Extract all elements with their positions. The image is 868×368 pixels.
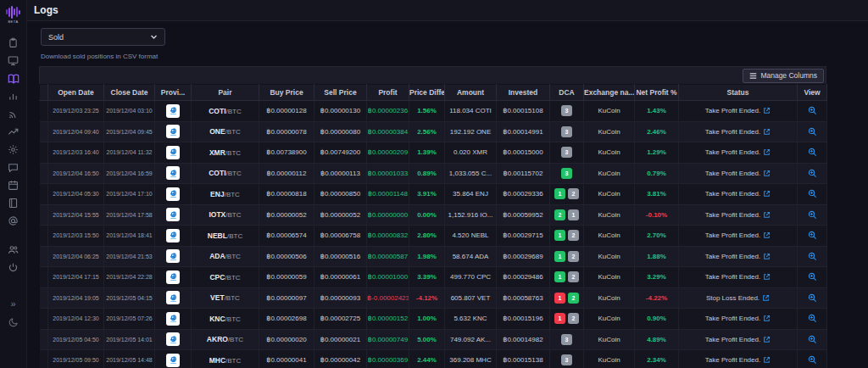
table-row[interactable]: 2019/12/03 23:25 2019/12/04 03:10 COTI/B… <box>40 101 827 122</box>
sidebar-item-users[interactable] <box>0 241 27 259</box>
provider-icon[interactable] <box>166 166 180 180</box>
external-link-icon[interactable] <box>763 356 771 364</box>
col-buy-price[interactable]: Buy Price <box>259 85 314 101</box>
provider-icon[interactable] <box>166 332 180 346</box>
dca-badge[interactable]: 1 <box>554 271 565 282</box>
zoom-in-view-icon[interactable] <box>808 314 817 323</box>
dark-mode-toggle[interactable] <box>0 313 27 331</box>
external-link-icon[interactable] <box>763 231 771 239</box>
external-link-icon[interactable] <box>763 170 771 177</box>
col-invested[interactable]: Invested <box>497 85 550 101</box>
sidebar-item-calendar[interactable] <box>0 176 27 194</box>
dca-badge[interactable]: 3 <box>561 105 572 116</box>
zoom-in-view-icon[interactable] <box>808 148 817 157</box>
col-status[interactable]: Status <box>679 85 798 101</box>
zoom-in-view-icon[interactable] <box>808 335 817 344</box>
table-row[interactable]: 2019/12/03 16:40 2019/12/04 11:32 XMR/BT… <box>40 142 827 164</box>
table-row[interactable]: 2019/12/03 15:50 2019/12/04 18:41 NEBL/B… <box>40 226 827 247</box>
dca-badge[interactable]: 3 <box>561 168 572 179</box>
table-row[interactable]: 2019/12/04 06:25 2019/12/04 21:53 ADA/BT… <box>40 246 827 267</box>
col-profit[interactable]: Profit <box>367 85 409 101</box>
dca-badge[interactable]: 1 <box>568 209 579 220</box>
app-logo[interactable]: BETA <box>0 0 27 25</box>
zoom-in-view-icon[interactable] <box>808 293 817 303</box>
dca-badge[interactable]: 2 <box>568 251 579 262</box>
external-link-icon[interactable] <box>763 190 771 198</box>
provider-icon[interactable] <box>166 125 180 138</box>
col-close-date[interactable]: Close Date <box>104 85 155 101</box>
sidebar-item-portfolio[interactable] <box>0 34 27 52</box>
zoom-in-view-icon[interactable] <box>808 189 817 198</box>
table-row[interactable]: 2019/12/04 19:05 2019/12/05 04:15 VET/BT… <box>40 287 827 309</box>
provider-icon[interactable] <box>166 104 180 118</box>
dca-badge[interactable]: 1 <box>554 293 565 304</box>
sidebar-item-analytics[interactable] <box>0 87 27 105</box>
sidebar-collapse-toggle[interactable]: » <box>0 295 27 313</box>
table-row[interactable]: 2019/12/05 09:50 2019/12/05 14:48 MHC/BT… <box>40 350 827 368</box>
provider-icon[interactable] <box>166 270 180 284</box>
provider-icon[interactable] <box>166 312 180 326</box>
sidebar-item-trades[interactable] <box>0 123 27 141</box>
external-link-icon[interactable] <box>763 336 771 343</box>
sidebar-item-power[interactable] <box>0 259 27 276</box>
sidebar-item-logs[interactable] <box>0 70 27 87</box>
download-csv-link[interactable]: Download sold positions in CSV format <box>41 53 158 60</box>
table-row[interactable]: 2019/12/05 04:50 2019/12/05 14:01 AKRO/B… <box>40 329 827 350</box>
dca-badge[interactable]: 3 <box>561 147 572 158</box>
dca-badge[interactable]: 2 <box>568 230 579 241</box>
table-row[interactable]: 2019/12/04 16:50 2019/12/04 16:59 COTI/B… <box>40 163 827 184</box>
manage-columns-button[interactable]: Manage Columns <box>743 69 824 83</box>
col-provider[interactable]: Provi... <box>155 85 192 101</box>
provider-icon[interactable] <box>166 229 180 243</box>
provider-icon[interactable] <box>166 187 180 201</box>
col-price-difference[interactable]: Price Differe... <box>409 85 445 101</box>
col-pair[interactable]: Pair <box>192 85 259 101</box>
dca-badge[interactable]: 2 <box>554 209 565 220</box>
external-link-icon[interactable] <box>763 253 771 260</box>
col-amount[interactable]: Amount <box>445 85 497 101</box>
table-row[interactable]: 2019/12/04 12:30 2019/12/05 07:26 KNC/BT… <box>40 309 827 330</box>
zoom-in-view-icon[interactable] <box>808 355 817 365</box>
dca-badge[interactable]: 2 <box>568 188 579 199</box>
dca-badge[interactable]: 3 <box>561 354 572 365</box>
sidebar-item-mentions[interactable] <box>0 212 27 230</box>
provider-icon[interactable] <box>166 146 180 159</box>
provider-icon[interactable] <box>166 291 180 304</box>
table-row[interactable]: 2019/12/04 05:30 2019/12/04 17:10 ENJ/BT… <box>40 184 827 205</box>
dca-badge[interactable]: 3 <box>561 126 572 137</box>
provider-icon[interactable] <box>166 208 180 221</box>
dca-badge[interactable]: 2 <box>568 293 579 304</box>
dca-badge[interactable]: 3 <box>561 334 572 345</box>
sidebar-item-notes[interactable] <box>0 194 27 212</box>
col-open-date[interactable]: Open Date <box>48 85 104 101</box>
external-link-icon[interactable] <box>763 128 771 136</box>
zoom-in-view-icon[interactable] <box>808 252 817 261</box>
external-link-icon[interactable] <box>763 315 771 322</box>
col-net-profit[interactable]: Net Profit % <box>635 85 679 101</box>
zoom-in-view-icon[interactable] <box>808 106 817 115</box>
external-link-icon[interactable] <box>763 148 771 156</box>
external-link-icon[interactable] <box>763 273 771 281</box>
table-row[interactable]: 2019/12/04 09:40 2019/12/04 09:45 ONE/BT… <box>40 121 827 142</box>
external-link-icon[interactable] <box>762 294 770 302</box>
dca-badge[interactable]: 1 <box>554 188 565 199</box>
dca-badge[interactable]: 2 <box>568 313 579 324</box>
sidebar-item-settings[interactable] <box>0 141 27 159</box>
dca-badge[interactable]: 1 <box>554 230 565 241</box>
zoom-in-view-icon[interactable] <box>808 231 817 240</box>
table-row[interactable]: 2019/12/04 15:55 2019/12/04 17:58 IOTX/B… <box>40 204 827 226</box>
provider-icon[interactable] <box>166 354 180 367</box>
col-dca[interactable]: DCA <box>550 85 584 101</box>
zoom-in-view-icon[interactable] <box>808 272 817 282</box>
position-type-select[interactable]: Sold <box>41 28 165 46</box>
col-view[interactable]: View <box>798 85 827 101</box>
dca-badge[interactable]: 1 <box>554 313 565 324</box>
provider-icon[interactable] <box>166 249 180 263</box>
zoom-in-view-icon[interactable] <box>808 210 817 220</box>
zoom-in-view-icon[interactable] <box>808 169 817 178</box>
col-exchange[interactable]: Exchange na... <box>584 85 635 101</box>
col-sell-price[interactable]: Sell Price <box>314 85 367 101</box>
sidebar-item-dashboard[interactable] <box>0 52 27 70</box>
external-link-icon[interactable] <box>763 107 771 114</box>
sidebar-item-chat[interactable] <box>0 159 27 176</box>
